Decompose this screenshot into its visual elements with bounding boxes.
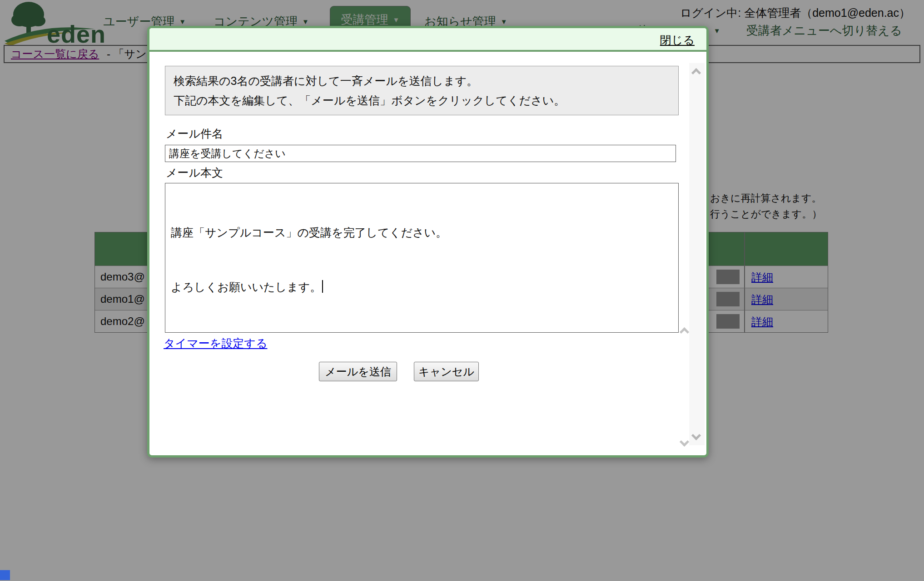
intro-message-box: 検索結果の3名の受講者に対して一斉メールを送信します。 下記の本文を編集して、「… [165, 66, 679, 115]
modal-header: 閉じる [149, 28, 706, 52]
text-cursor [322, 280, 323, 293]
scroll-down-icon[interactable] [691, 431, 701, 440]
modal-body: 検索結果の3名の受講者に対して一斉メールを送信します。 下記の本文を編集して、「… [149, 52, 706, 453]
mail-body-textarea[interactable]: 講座「サンプルコース」の受講を完了してください。 よろしくお願いいたします。 [165, 183, 679, 333]
textarea-scroll-up-icon[interactable] [680, 327, 689, 337]
mail-body-line2: よろしくお願いいたします。 [171, 278, 673, 296]
subject-label: メール件名 [166, 126, 223, 141]
intro-line1: 検索結果の3名の受講者に対して一斉メールを送信します。 [174, 71, 670, 91]
intro-line2: 下記の本文を編集して、「メールを送信」ボタンをクリックしてください。 [174, 91, 670, 110]
textarea-scroll-down-icon[interactable] [680, 437, 689, 447]
bottom-left-scroll-marker [0, 570, 10, 580]
modal-scrollbar[interactable] [689, 63, 705, 445]
mail-body-line1: 講座「サンプルコース」の受講を完了してください。 [171, 223, 673, 241]
body-label: メール本文 [166, 165, 223, 180]
set-timer-link[interactable]: タイマーを設定する [164, 336, 268, 351]
send-mail-button[interactable]: メールを送信 [319, 362, 397, 381]
cancel-button[interactable]: キャンセル [414, 362, 479, 381]
scroll-up-icon[interactable] [691, 68, 701, 78]
subject-input[interactable] [165, 145, 676, 162]
close-link[interactable]: 閉じる [660, 33, 695, 48]
bulk-mail-modal: 閉じる 検索結果の3名の受講者に対して一斉メールを送信します。 下記の本文を編集… [147, 26, 709, 458]
